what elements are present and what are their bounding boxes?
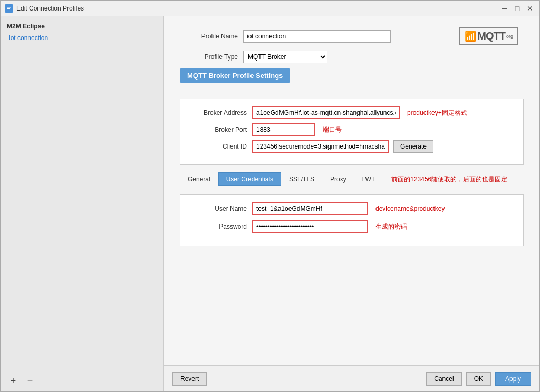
remove-profile-button[interactable]: − <box>24 375 36 387</box>
tab-proxy[interactable]: Proxy <box>322 172 354 186</box>
sidebar-content: M2M Eclipse iot connection <box>1 16 163 370</box>
content-area: M2M Eclipse iot connection + − Profile N… <box>1 16 539 391</box>
mqtt-logo: 📶 MQTT org <box>459 27 518 45</box>
maximize-button[interactable]: □ <box>512 3 523 14</box>
cancel-button[interactable]: Cancel <box>426 372 461 386</box>
revert-button[interactable]: Revert <box>172 372 207 386</box>
sidebar-item-iot-connection[interactable]: iot connection <box>1 32 163 44</box>
broker-section: Broker Address productkey+固定格式 Broker Po… <box>180 99 524 165</box>
tab-ssl-tls[interactable]: SSL/TLS <box>281 172 322 186</box>
form-area: Profile Name 📶 MQTT org Profile Type <box>164 16 539 365</box>
tab-general[interactable]: General <box>180 172 218 186</box>
mqtt-logo-text: MQTT <box>477 30 505 42</box>
broker-address-row: Broker Address productkey+固定格式 <box>189 106 515 119</box>
main-panel: Profile Name 📶 MQTT org Profile Type <box>164 16 539 391</box>
apply-button[interactable]: Apply <box>495 372 531 386</box>
broker-address-label: Broker Address <box>189 109 252 116</box>
add-profile-button[interactable]: + <box>7 375 20 387</box>
sidebar: M2M Eclipse iot connection + − <box>1 16 164 391</box>
profile-name-label: Profile Name <box>180 33 243 40</box>
tab-annotation: 前面的123456随便取的，后面的也是固定 <box>391 175 507 184</box>
mqtt-wifi-icon: 📶 <box>465 31 476 42</box>
window-icon <box>5 4 13 13</box>
svg-rect-1 <box>7 7 11 8</box>
profile-name-input[interactable] <box>243 30 391 43</box>
profile-type-row: Profile Type MQTT Broker MQTT Virtual Br… <box>180 51 524 63</box>
svg-rect-2 <box>7 8 10 9</box>
close-button[interactable]: ✕ <box>525 3 535 14</box>
username-label: User Name <box>189 205 252 212</box>
mqtt-logo-suffix: org <box>506 34 513 39</box>
profile-name-row: Profile Name 📶 MQTT org <box>180 27 524 45</box>
tabs-row: General User Credentials SSL/TLS Proxy L… <box>180 172 524 186</box>
password-label: Password <box>189 223 252 230</box>
profile-type-select-wrap: MQTT Broker MQTT Virtual Broker <box>243 51 327 63</box>
tabs-container: General User Credentials SSL/TLS Proxy L… <box>180 172 524 246</box>
password-input[interactable] <box>252 220 368 233</box>
password-row: Password 生成的密码 <box>189 220 515 233</box>
profile-type-select[interactable]: MQTT Broker MQTT Virtual Broker <box>243 51 327 63</box>
broker-port-input[interactable] <box>252 123 315 136</box>
broker-address-annotation: productkey+固定格式 <box>407 109 467 117</box>
tab-lwt[interactable]: LWT <box>354 172 383 186</box>
section-header: MQTT Broker Profile Settings <box>180 68 290 83</box>
sidebar-footer: + − <box>1 370 163 391</box>
section-header-wrap: MQTT Broker Profile Settings <box>180 68 524 91</box>
broker-port-row: Broker Port 端口号 <box>189 123 515 136</box>
broker-port-label: Broker Port <box>189 126 252 133</box>
sidebar-group-label: M2M Eclipse <box>1 21 163 32</box>
credentials-section: User Name devicename&productkey Password… <box>180 194 524 246</box>
title-bar: Edit Connection Profiles ─ □ ✕ <box>1 1 539 16</box>
username-input[interactable] <box>252 202 368 215</box>
username-annotation: devicename&productkey <box>375 205 445 212</box>
window-title: Edit Connection Profiles <box>16 5 499 12</box>
mqtt-logo-area: 📶 MQTT org <box>459 27 518 45</box>
broker-address-input[interactable] <box>252 106 400 119</box>
minimize-button[interactable]: ─ <box>499 3 510 14</box>
ok-button[interactable]: OK <box>466 372 491 386</box>
broker-port-annotation: 端口号 <box>323 125 342 134</box>
window-controls: ─ □ ✕ <box>499 3 535 14</box>
client-id-input[interactable] <box>252 140 389 153</box>
bottom-bar-right: Cancel OK Apply <box>426 372 531 386</box>
username-row: User Name devicename&productkey <box>189 202 515 215</box>
profile-type-label: Profile Type <box>180 53 243 61</box>
main-window: Edit Connection Profiles ─ □ ✕ M2M Eclip… <box>0 0 540 392</box>
client-id-row: Client ID Generate <box>189 140 515 153</box>
tab-user-credentials[interactable]: User Credentials <box>218 172 281 186</box>
generate-button[interactable]: Generate <box>393 140 433 153</box>
password-annotation: 生成的密码 <box>375 222 407 231</box>
bottom-bar-left: Revert <box>172 372 426 386</box>
bottom-bar: Revert Cancel OK Apply <box>164 365 539 391</box>
client-id-label: Client ID <box>189 143 252 150</box>
